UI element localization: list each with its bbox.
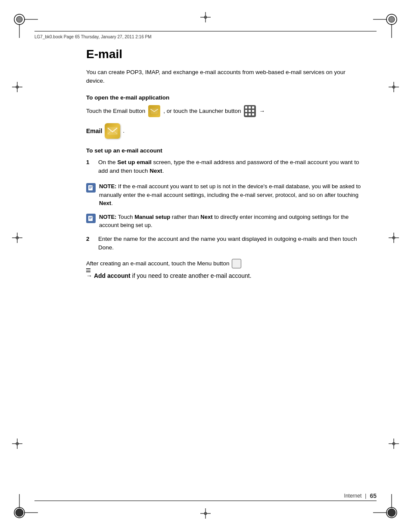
cross-mark-bottom bbox=[200, 508, 211, 520]
note2-label: NOTE: bbox=[99, 214, 116, 220]
after-bold: Add account bbox=[94, 272, 131, 279]
open-section-header: To open the e-mail application bbox=[86, 94, 364, 101]
note1-label: NOTE: bbox=[99, 183, 116, 190]
cross-mark-right-mid bbox=[389, 233, 399, 244]
footer-bar: Internet | 65 bbox=[34, 492, 377, 501]
cross-mark-right-top bbox=[389, 82, 399, 93]
main-content: E-mail You can create POP3, IMAP, and ex… bbox=[86, 47, 364, 480]
svg-point-19 bbox=[388, 509, 395, 516]
step2-text: Enter the name for the account and the n… bbox=[98, 235, 364, 252]
note-block-1: NOTE: If the e-mail account you want to … bbox=[86, 182, 364, 208]
footer-section-label: Internet bbox=[344, 493, 362, 499]
email-label-row: Email . bbox=[86, 123, 364, 139]
note-block-2: NOTE: Touch Manual setup rather than Nex… bbox=[86, 213, 364, 230]
setup-step-2: 2 Enter the name for the account and the… bbox=[86, 235, 364, 252]
note1-end: . bbox=[111, 200, 113, 206]
step1-bold: Set up email bbox=[117, 159, 152, 165]
menu-button-icon bbox=[232, 259, 241, 268]
note-icon-2 bbox=[86, 214, 96, 223]
after-creating-text: After creating an e-mail account, touch … bbox=[86, 259, 364, 268]
step1-end: . bbox=[162, 168, 164, 174]
cross-mark-top bbox=[200, 12, 211, 24]
svg-point-1 bbox=[16, 16, 22, 22]
open-instruction-middle: , or touch the Launcher button bbox=[163, 108, 241, 114]
step1-bold2: Next bbox=[149, 168, 162, 174]
intro-paragraph: You can create POP3, IMAP, and exchange … bbox=[86, 68, 364, 86]
page-title: E-mail bbox=[86, 47, 364, 61]
cross-mark-left-top bbox=[12, 82, 22, 93]
header-file-info: LG7_bk0.book Page 65 Thursday, January 2… bbox=[34, 34, 151, 39]
step2-number: 2 bbox=[86, 235, 95, 252]
note2-text2: rather than bbox=[170, 214, 200, 220]
note2-bold1: Manual setup bbox=[134, 214, 170, 220]
open-instruction-arrow: → bbox=[259, 108, 265, 114]
open-instruction-before: Touch the Email button bbox=[86, 108, 145, 114]
note-icon-1 bbox=[86, 183, 96, 193]
note2-bold2: Next bbox=[200, 214, 212, 220]
step1-number: 1 bbox=[86, 158, 95, 176]
footer-page-number: 65 bbox=[370, 492, 377, 499]
svg-rect-49 bbox=[150, 108, 158, 114]
svg-point-13 bbox=[16, 509, 23, 516]
svg-rect-50 bbox=[107, 127, 118, 135]
note1-body: If the e-mail account you want to set up… bbox=[99, 183, 361, 198]
email-button-icon bbox=[148, 105, 160, 117]
cross-mark-left-mid bbox=[12, 233, 22, 244]
step1-prefix: On the bbox=[98, 159, 117, 165]
setup-step-1: 1 On the Set up email screen, type the e… bbox=[86, 158, 364, 176]
cross-mark-left-bot bbox=[12, 439, 22, 450]
email-label-period: . bbox=[123, 128, 125, 134]
note-2-text: NOTE: Touch Manual setup rather than Nex… bbox=[99, 213, 364, 230]
svg-point-7 bbox=[389, 16, 395, 22]
setup-steps-list: 1 On the Set up email screen, type the e… bbox=[86, 158, 364, 176]
footer-divider: | bbox=[365, 493, 366, 499]
note2-body: Touch bbox=[116, 214, 134, 220]
step1-text: On the Set up email screen, type the e-m… bbox=[98, 158, 364, 176]
header-bar: LG7_bk0.book Page 65 Thursday, January 2… bbox=[34, 31, 377, 40]
setup-steps-list-2: 2 Enter the name for the account and the… bbox=[86, 235, 364, 252]
after-arrow: → bbox=[86, 272, 94, 279]
cross-mark-right-bot bbox=[389, 439, 399, 450]
after-prefix: After creating an e-mail account, touch … bbox=[86, 260, 231, 267]
launcher-button-icon bbox=[244, 105, 256, 117]
note1-bold: Next bbox=[99, 200, 111, 206]
setup-section-header: To set up an e-mail account bbox=[86, 147, 364, 154]
after-end: if you need to create another e-mail acc… bbox=[131, 272, 252, 279]
open-instruction-row: Touch the Email button , or touch the La… bbox=[86, 105, 364, 117]
note-1-text: NOTE: If the e-mail account you want to … bbox=[99, 182, 364, 208]
email-label-text: Email bbox=[86, 128, 102, 134]
email-app-icon bbox=[105, 123, 120, 139]
